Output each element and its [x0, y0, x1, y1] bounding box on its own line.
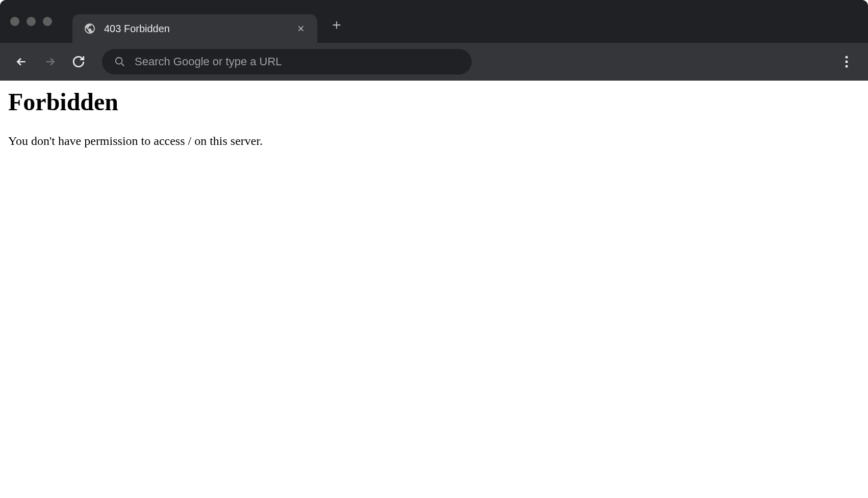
globe-icon — [84, 22, 96, 35]
tab-bar: 403 Forbidden — [0, 0, 868, 43]
tab-title: 403 Forbidden — [104, 23, 286, 35]
forward-button[interactable] — [39, 51, 61, 73]
svg-point-2 — [846, 61, 848, 63]
svg-point-1 — [846, 56, 848, 59]
search-icon — [114, 56, 125, 67]
address-input[interactable] — [135, 55, 459, 68]
browser-tab[interactable]: 403 Forbidden — [72, 14, 317, 43]
svg-point-3 — [846, 65, 848, 68]
window-controls — [10, 17, 52, 26]
menu-button[interactable] — [835, 51, 858, 73]
back-button[interactable] — [10, 51, 33, 73]
close-window-button[interactable] — [10, 17, 19, 26]
page-content: Forbidden You don't have permission to a… — [0, 81, 868, 155]
browser-toolbar — [0, 43, 868, 81]
address-bar[interactable] — [102, 49, 472, 74]
maximize-window-button[interactable] — [43, 17, 52, 26]
close-tab-button[interactable] — [294, 21, 308, 36]
browser-chrome: 403 Forbidden — [0, 0, 868, 81]
reload-button[interactable] — [67, 51, 90, 73]
error-heading: Forbidden — [8, 88, 860, 116]
new-tab-button[interactable] — [326, 15, 347, 35]
svg-point-0 — [116, 58, 122, 64]
error-message: You don't have permission to access / on… — [8, 134, 860, 148]
minimize-window-button[interactable] — [27, 17, 36, 26]
